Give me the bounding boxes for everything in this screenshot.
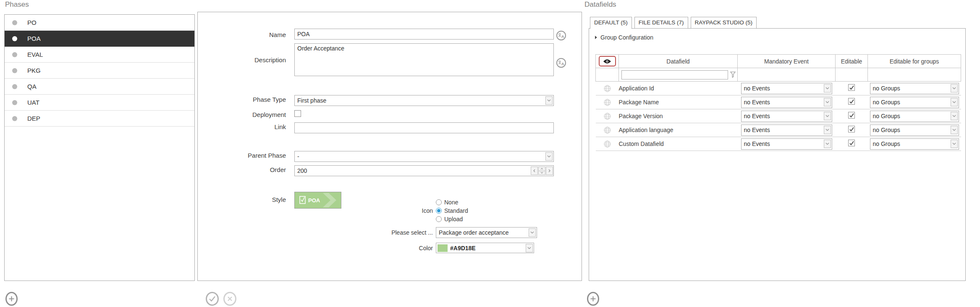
translate-icon[interactable]: A — [556, 58, 566, 68]
editable-groups-cell: no Groups — [868, 82, 961, 95]
chevron-down-icon — [824, 126, 831, 134]
order-stepper[interactable]: 200 — [294, 165, 554, 176]
link-input[interactable] — [294, 122, 554, 133]
editable-groups-select[interactable]: no Groups — [870, 138, 959, 150]
globe-icon — [604, 85, 611, 92]
datafield-filter-input[interactable] — [621, 70, 728, 79]
editable-groups-value: no Groups — [870, 113, 951, 119]
filter-cell-datafield — [619, 68, 738, 82]
phase-list-item[interactable]: DEP — [5, 111, 194, 127]
editable-groups-select[interactable]: no Groups — [870, 83, 959, 94]
datafield-name: Custom Datafield — [619, 137, 738, 151]
phase-label: POA — [27, 35, 41, 42]
editable-checkbox[interactable] — [848, 112, 855, 119]
cancel-button[interactable] — [223, 292, 236, 306]
chevron-down-icon — [824, 140, 831, 148]
column-header-editable: Editable — [836, 55, 868, 68]
phase-type-label: Phase Type — [215, 96, 286, 103]
globe-cell — [596, 109, 619, 123]
mandatory-event-select[interactable]: no Events — [741, 111, 832, 122]
description-label: Description — [215, 56, 286, 64]
phase-type-select[interactable]: First phase — [294, 95, 554, 106]
phase-list-item[interactable]: EVAL — [5, 47, 194, 63]
editable-checkbox[interactable] — [848, 140, 855, 146]
phase-list-item[interactable]: PKG — [5, 63, 194, 79]
deployment-checkbox[interactable] — [294, 110, 301, 117]
icon-select[interactable]: Package order acceptance — [436, 227, 537, 238]
phases-list: PO POA EVAL PKG QA UAT DEP — [4, 14, 195, 281]
add-phase-button[interactable] — [5, 292, 18, 306]
mandatory-event-select[interactable]: no Events — [741, 138, 832, 150]
editable-groups-cell: no Groups — [868, 109, 961, 123]
spinner[interactable] — [538, 167, 545, 175]
column-header-datafield: Datafield — [619, 55, 738, 68]
phase-list-item[interactable]: POA — [5, 31, 194, 47]
translate-icon[interactable]: A — [556, 31, 566, 40]
color-label: Color — [366, 245, 433, 251]
icon-radio-none[interactable]: None — [436, 198, 458, 206]
editable-groups-select[interactable]: no Groups — [870, 124, 959, 136]
step-down-button[interactable] — [538, 171, 545, 175]
phase-label: DEP — [27, 115, 40, 122]
phase-list-item[interactable]: QA — [5, 79, 194, 95]
editable-groups-value: no Groups — [870, 127, 951, 133]
editable-groups-cell: no Groups — [868, 137, 961, 151]
style-badge-text: POA — [308, 197, 320, 204]
phase-bullet-icon — [12, 100, 17, 105]
filter-cell-empty — [596, 68, 619, 82]
color-select[interactable]: #A9D18E — [436, 243, 534, 253]
phase-list-item[interactable]: UAT — [5, 95, 194, 111]
globe-icon — [604, 99, 611, 106]
add-datafield-button[interactable] — [587, 292, 599, 306]
editable-groups-select[interactable]: no Groups — [870, 111, 959, 122]
mandatory-event-value: no Events — [742, 85, 824, 92]
order-label: Order — [215, 166, 286, 173]
datafields-table: Datafield Mandatory Event Editable Edita… — [595, 54, 961, 151]
editable-cell — [836, 123, 868, 137]
name-input[interactable] — [294, 29, 554, 40]
filter-cell-empty — [868, 68, 961, 82]
editable-checkbox[interactable] — [848, 126, 855, 132]
style-label: Style — [215, 196, 286, 203]
visibility-toggle-button[interactable] — [599, 56, 616, 66]
chevron-down-icon — [951, 140, 958, 148]
phase-label: PKG — [27, 67, 41, 74]
parent-phase-select[interactable]: - — [294, 151, 554, 162]
mandatory-event-select[interactable]: no Events — [741, 97, 832, 108]
mandatory-event-cell: no Events — [738, 95, 836, 109]
editable-checkbox[interactable] — [848, 98, 855, 105]
close-icon — [227, 296, 233, 302]
tab-raypack-studio[interactable]: RAYPACK STUDIO (5) — [691, 17, 757, 29]
step-right-button[interactable] — [546, 167, 553, 175]
tab-default[interactable]: DEFAULT (5) — [590, 17, 632, 29]
chevron-down-icon — [951, 126, 958, 134]
name-label: Name — [215, 31, 286, 38]
description-textarea[interactable]: Order Acceptance — [294, 43, 554, 76]
plus-icon — [590, 296, 596, 302]
step-left-button[interactable] — [531, 167, 538, 175]
radio-icon — [436, 199, 442, 205]
phase-label: UAT — [27, 99, 39, 106]
icon-label: Icon — [366, 207, 433, 214]
phase-list-item[interactable]: PO — [5, 15, 194, 31]
editable-groups-cell: no Groups — [868, 95, 961, 109]
globe-cell — [596, 82, 619, 95]
icon-select-value: Package order acceptance — [436, 229, 529, 236]
editable-checkbox[interactable] — [848, 84, 855, 91]
save-button[interactable] — [206, 292, 219, 306]
phase-bullet-icon — [12, 20, 17, 25]
step-up-button[interactable] — [538, 167, 545, 171]
phase-style-badge: POA — [294, 192, 341, 209]
mandatory-event-select[interactable]: no Events — [741, 83, 832, 94]
mandatory-event-select[interactable]: no Events — [741, 124, 832, 136]
group-configuration-toggle[interactable]: Group Configuration — [595, 34, 653, 41]
editable-groups-value: no Groups — [870, 85, 951, 92]
editable-groups-select[interactable]: no Groups — [870, 97, 959, 108]
radio-icon — [436, 216, 442, 222]
tab-file-details[interactable]: FILE DETAILS (7) — [634, 17, 688, 29]
filter-funnel-icon[interactable] — [730, 71, 736, 78]
table-row: Application language no Events no Groups — [596, 123, 961, 137]
icon-radio-standard[interactable]: Standard — [436, 207, 468, 214]
plus-icon — [8, 296, 15, 302]
icon-radio-upload[interactable]: Upload — [436, 215, 463, 222]
